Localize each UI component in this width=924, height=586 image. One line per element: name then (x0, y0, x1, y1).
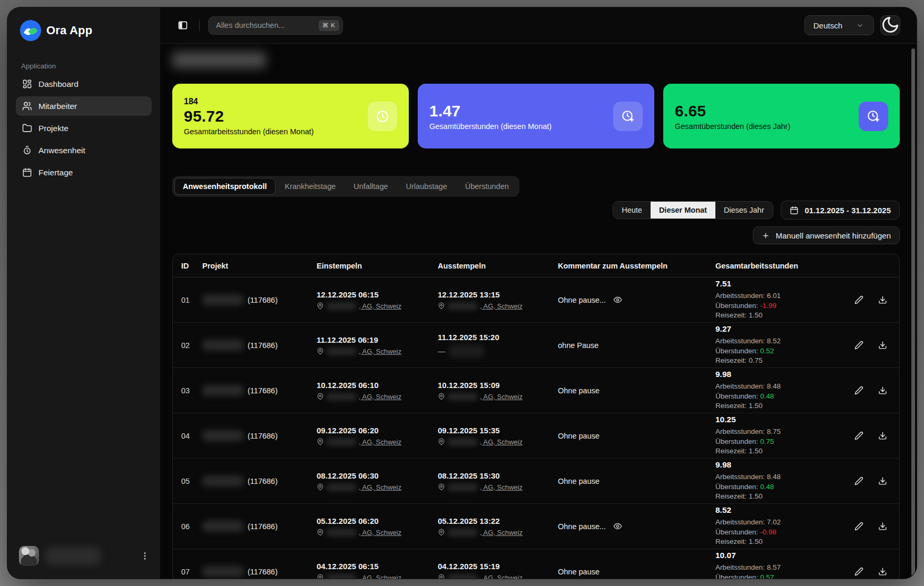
clock-out-location[interactable]: , AG, Schweiz (438, 483, 558, 491)
map-pin-icon (317, 438, 324, 445)
clock-out-location[interactable]: , AG, Schweiz (438, 302, 558, 310)
clock-out-location-link[interactable]: , AG, Schweiz (480, 393, 523, 401)
sidebar-toggle-icon[interactable] (175, 17, 191, 33)
download-button[interactable] (878, 567, 887, 576)
topbar-right: Deutsch (804, 15, 900, 35)
row-hours: 10.25 Arbeitsstunden:8.75 Überstunden:0.… (715, 415, 854, 456)
col-einstempeln: Einstempeln (317, 262, 438, 270)
clock-out-location[interactable]: , AG, Schweiz (438, 529, 558, 537)
segment-dieses-jahr[interactable]: Dieses Jahr (715, 202, 773, 218)
app-name: Ora App (46, 24, 92, 37)
page-title-redacted (172, 52, 266, 68)
clock-in-location[interactable]: , AG, Schweiz (317, 529, 438, 537)
tab-krankheitstage[interactable]: Krankheitstage (277, 178, 345, 195)
clock-in-location[interactable]: , AG, Schweiz (317, 574, 438, 579)
clock-in-location[interactable]: , AG, Schweiz (317, 393, 438, 401)
download-button[interactable] (878, 431, 887, 440)
search-shortcut-badge: ⌘ K (319, 20, 339, 31)
map-pin-icon (317, 483, 324, 491)
clock-in-location[interactable]: , AG, Schweiz (317, 483, 438, 491)
app-logo-icon (20, 20, 41, 41)
sidebar-nav: Dashboard Mitarbeiter Projekte Anwesenhe… (7, 74, 160, 182)
user-footer[interactable] (7, 538, 160, 579)
clock-out-location-link[interactable]: , AG, Schweiz (480, 438, 523, 446)
tab-unfalltage[interactable]: Unfalltage (345, 178, 396, 195)
edit-button[interactable] (854, 567, 863, 576)
row-comment: Ohne pause (558, 386, 715, 395)
kebab-menu-icon[interactable] (140, 551, 150, 561)
clock-in-location[interactable]: , AG, Schweiz (317, 438, 438, 446)
row-clock-out: 12.12.2025 13:15 , AG, Schweiz — (438, 290, 558, 310)
segment-dieser-monat[interactable]: Dieser Monat (651, 202, 715, 218)
clock-plus-icon (859, 102, 888, 131)
row-clock-out: 04.12.2025 15:19 , AG, Schweiz — (438, 562, 558, 579)
clock-out-location-link[interactable]: , AG, Schweiz (480, 574, 523, 579)
add-attendance-button[interactable]: Manuell anwesenheit hinzufügen (753, 226, 900, 244)
clock-out-location-missing: — (438, 345, 558, 357)
download-button[interactable] (878, 522, 887, 531)
comment-text: Ohne pause (558, 568, 599, 576)
clock-out-location-link[interactable]: , AG, Schweiz (480, 529, 523, 537)
clock-out-location[interactable]: , AG, Schweiz (438, 438, 558, 446)
segment-heute[interactable]: Heute (613, 202, 651, 218)
edit-button[interactable] (854, 431, 863, 440)
sidebar-item-anwesenheit[interactable]: Anwesenheit (16, 141, 152, 160)
edit-button[interactable] (854, 386, 863, 395)
sidebar-item-projekte[interactable]: Projekte (16, 118, 152, 138)
clock-in-location-link[interactable]: , AG, Schweiz (359, 302, 401, 310)
download-button[interactable] (878, 295, 887, 304)
row-comment: Ohne pause (558, 568, 715, 576)
row-id: 06 (181, 522, 202, 531)
avatar[interactable] (19, 546, 39, 566)
clock-in-time: 10.12.2025 06:10 (317, 381, 438, 390)
sidebar-item-label: Projekte (38, 124, 68, 133)
clock-in-location[interactable]: , AG, Schweiz (317, 302, 438, 310)
eye-icon[interactable] (613, 295, 622, 304)
clock-in-location-link[interactable]: , AG, Schweiz (359, 438, 401, 446)
row-project: (117686) (202, 385, 317, 396)
scrollbar[interactable] (911, 48, 915, 576)
eye-icon[interactable] (613, 522, 622, 531)
sidebar-item-mitarbeiter[interactable]: Mitarbeiter (16, 96, 152, 116)
clock-in-time: 12.12.2025 06:15 (317, 290, 438, 299)
language-select[interactable]: Deutsch (804, 15, 874, 35)
row-hours: 7.51 Arbeitsstunden:6.01 Überstunden:-1.… (715, 279, 854, 321)
tab-überstunden[interactable]: Überstunden (457, 178, 517, 195)
sidebar: Ora App Application Dashboard Mitarbeite… (7, 7, 160, 579)
app-logo: Ora App (7, 7, 160, 41)
edit-button[interactable] (854, 522, 863, 531)
clock-in-location-link[interactable]: , AG, Schweiz (359, 347, 401, 355)
clock-in-location-link[interactable]: , AG, Schweiz (359, 574, 401, 579)
comment-text: Ohne pause... (558, 522, 606, 531)
map-pin-icon (438, 529, 445, 536)
sidebar-item-feiertage[interactable]: Feiertage (16, 163, 152, 182)
tab-urlaubstage[interactable]: Urlaubstage (398, 178, 456, 195)
edit-button[interactable] (854, 341, 863, 350)
clock-in-location-link[interactable]: , AG, Schweiz (359, 483, 401, 491)
calendar-icon (22, 167, 32, 177)
sidebar-item-dashboard[interactable]: Dashboard (16, 74, 152, 94)
sidebar-item-label: Feiertage (38, 168, 73, 177)
work-hours-line: Arbeitsstunden:8.48 (715, 472, 854, 482)
row-comment: Ohne pause... (558, 522, 715, 531)
stat-cards: 184 95.72 Gesamtarbeitsstunden (diesen M… (172, 84, 900, 148)
row-clock-in: 09.12.2025 06:20 , AG, Schweiz (317, 426, 438, 446)
clock-out-location-link[interactable]: , AG, Schweiz (480, 483, 523, 491)
clock-in-location[interactable]: , AG, Schweiz (317, 347, 438, 355)
download-button[interactable] (878, 386, 887, 395)
download-button[interactable] (878, 341, 887, 350)
edit-button[interactable] (854, 295, 863, 304)
clock-out-location[interactable]: , AG, Schweiz (438, 574, 558, 579)
project-name-redacted (202, 566, 243, 577)
date-range-value: 01.12.2025 - 31.12.2025 (805, 206, 891, 215)
clock-out-location[interactable]: , AG, Schweiz (438, 393, 558, 401)
clock-out-location-link[interactable]: , AG, Schweiz (480, 302, 523, 310)
language-value: Deutsch (813, 21, 842, 30)
tab-anwesenheitsprotokoll[interactable]: Anwesenheitsprotokoll (174, 178, 276, 195)
clock-in-location-link[interactable]: , AG, Schweiz (359, 529, 401, 537)
clock-in-location-link[interactable]: , AG, Schweiz (359, 393, 401, 401)
download-button[interactable] (878, 476, 887, 485)
edit-button[interactable] (854, 476, 863, 485)
date-range-button[interactable]: 01.12.2025 - 31.12.2025 (781, 201, 900, 220)
theme-toggle-button[interactable] (880, 15, 900, 35)
